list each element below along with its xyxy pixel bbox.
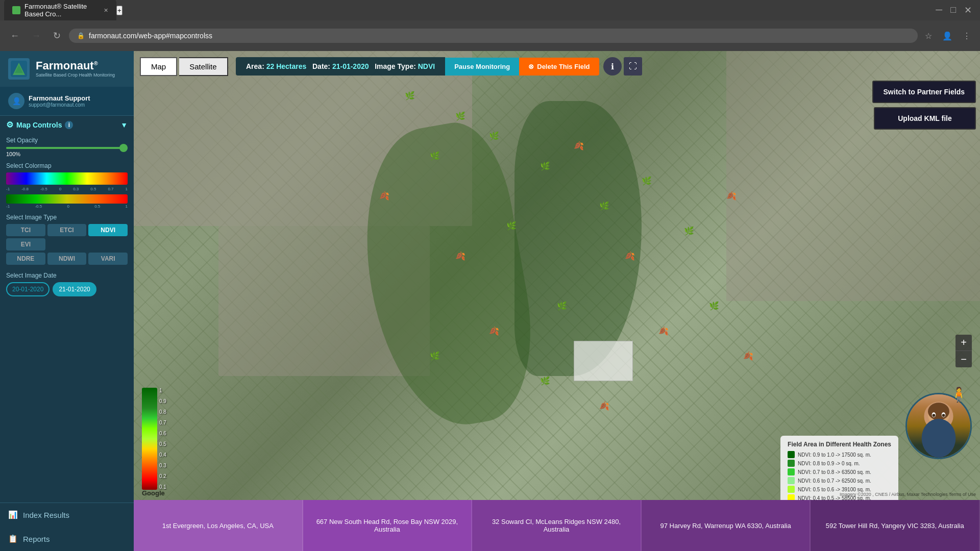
- img-type-btn-NDWI[interactable]: NDWI: [47, 253, 87, 265]
- opacity-value: 100%: [6, 151, 128, 157]
- user-avatar-small: 👤: [8, 93, 24, 109]
- bookmark-btn[interactable]: ☆: [922, 29, 935, 43]
- date-label: Date:: [312, 62, 330, 70]
- profile-btn[interactable]: 👤: [939, 29, 955, 43]
- field-card-2[interactable]: 32 Soward Cl, McLeans Ridges NSW 2480, A…: [472, 500, 642, 551]
- map-view-toggle: Map Satellite: [140, 57, 228, 76]
- sidebar-footer: 📊 Index Results 📋 Reports: [0, 503, 134, 551]
- fullscreen-btn[interactable]: ⛶: [624, 57, 642, 76]
- new-tab-btn[interactable]: +: [116, 6, 122, 15]
- slider-thumb[interactable]: [119, 144, 128, 152]
- sidebar-item-reports[interactable]: 📋 Reports: [0, 527, 134, 551]
- zoom-controls: + −: [955, 335, 972, 367]
- app-container: Farmonaut® Satellite Based Crop Health M…: [0, 51, 980, 551]
- map-controls-toggle[interactable]: ⚙ Map Controls i ▼: [0, 116, 134, 134]
- map-view-btn[interactable]: Map: [140, 57, 177, 76]
- browser-chrome: Farmonaut® Satellite Based Cro... ✕ + ─ …: [0, 0, 980, 51]
- date-btn-1[interactable]: 21-01-2020: [53, 282, 96, 296]
- health-legend-title: Field Area in Different Health Zones: [788, 441, 891, 448]
- colormap-secondary-bar[interactable]: [6, 194, 128, 204]
- field-card-4[interactable]: 592 Tower Hill Rd, Yangery VIC 3283, Aus…: [811, 500, 980, 551]
- img-type-btn-NDVI[interactable]: NDVI: [88, 224, 128, 236]
- partner-fields-btn[interactable]: Switch to Partner Fields: [872, 81, 976, 103]
- crop-marker-19: 🌿: [709, 301, 719, 311]
- sidebar-item-index-results[interactable]: 📊 Index Results: [0, 503, 134, 527]
- user-name: Farmonaut Support: [29, 94, 90, 102]
- crop-marker-4: 🌿: [430, 151, 440, 161]
- window-minimize-btn[interactable]: ─: [936, 5, 942, 16]
- tab-close-btn[interactable]: ✕: [104, 7, 108, 14]
- legend-row-1: NDVI: 0.8 to 0.9 -> 0 sq. m.: [788, 460, 891, 467]
- image-type-label: Select Image Type: [6, 214, 128, 221]
- legend-dot-2: [788, 468, 795, 475]
- main-content: 🌿 🌿 🌿 🌿 🌿 🍂 🍂 🌿 🍂 🌿 🌿 🍂 🌿 🍂 🌿 🍂 🌿 🍂 🌿: [134, 51, 980, 551]
- satellite-view-btn[interactable]: Satellite: [179, 57, 228, 76]
- crop-marker-17: 🌿: [430, 351, 440, 361]
- address-bar[interactable]: 🔒 farmonaut.com/web-app#mapcontrolss: [69, 29, 918, 43]
- lock-icon: 🔒: [77, 32, 85, 39]
- index-results-label: Index Results: [23, 511, 69, 519]
- building-area: [574, 341, 633, 381]
- chart-icon: 📊: [8, 510, 18, 519]
- delete-field-btn[interactable]: ⊗ Delete This Field: [519, 58, 599, 76]
- field-card-0[interactable]: 1st Evergreen, Los Angeles, CA, USA: [134, 500, 303, 551]
- ndvi-bar: [142, 388, 157, 490]
- colormap-gradient-bar[interactable]: [6, 172, 128, 185]
- crop-marker-6: 🍂: [379, 191, 389, 201]
- area-value: 22 Hectares: [266, 62, 307, 70]
- user-email: support@farmonaut.com: [29, 102, 90, 108]
- back-btn[interactable]: ←: [6, 29, 23, 43]
- ndvi-label-3: 0.8: [159, 409, 166, 415]
- crop-marker-16: 🍂: [489, 326, 499, 336]
- avatar-image: [907, 394, 970, 458]
- slider-track: [6, 147, 128, 149]
- crop-marker-13: 🌿: [684, 226, 694, 236]
- legend-dot-1: [788, 460, 795, 467]
- img-type-btn-ETCI[interactable]: ETCI: [47, 224, 87, 236]
- google-watermark: Google: [142, 489, 165, 497]
- pause-monitoring-btn[interactable]: Pause Monitoring: [445, 58, 519, 76]
- forward-btn[interactable]: →: [28, 29, 45, 43]
- date-btn-0[interactable]: 20-01-2020: [6, 282, 50, 296]
- window-maximize-btn[interactable]: □: [950, 5, 956, 16]
- crop-marker-21: 🌿: [540, 376, 550, 386]
- street-view-icon[interactable]: 🧍: [950, 386, 968, 403]
- opacity-slider[interactable]: [6, 147, 128, 149]
- ndvi-label-5: 0.6: [159, 431, 166, 436]
- menu-btn[interactable]: ⋮: [960, 29, 974, 43]
- img-type-btn-TCI[interactable]: TCI: [6, 224, 45, 236]
- legend-row-2: NDVI: 0.7 to 0.8 -> 63500 sq. m.: [788, 468, 891, 475]
- map-info-bar: Area: 22 Hectares Date: 21-01-2020 Image…: [236, 57, 642, 76]
- favicon: [12, 6, 20, 14]
- zoom-in-btn[interactable]: +: [955, 335, 972, 351]
- crop-marker-1: 🌿: [405, 91, 415, 101]
- area-label: Area:: [246, 62, 264, 70]
- ndvi-label-8: 0.3: [159, 463, 166, 468]
- gear-icon: ⚙: [6, 120, 13, 130]
- crop-marker-3: 🌿: [489, 131, 499, 141]
- map-area[interactable]: 🌿 🌿 🌿 🌿 🌿 🍂 🍂 🌿 🍂 🌿 🌿 🍂 🌿 🍂 🌿 🍂 🌿 🍂 🌿: [134, 51, 980, 551]
- crop-marker-5: 🌿: [540, 161, 550, 171]
- browser-tab-active[interactable]: Farmonaut® Satellite Based Cro... ✕: [4, 0, 116, 22]
- image-type-control: Select Image Type TCI ETCI NDVI EVI NDRE…: [0, 211, 134, 269]
- upload-kml-btn[interactable]: Upload KML file: [874, 107, 976, 130]
- user-info: Farmonaut Support support@farmonaut.com: [29, 94, 90, 108]
- avatar-svg: [907, 394, 970, 458]
- brand-logo: [11, 61, 27, 77]
- window-close-btn[interactable]: ✕: [964, 5, 972, 16]
- field-card-3[interactable]: 97 Harvey Rd, Warrenup WA 6330, Australi…: [642, 500, 811, 551]
- zoom-out-btn[interactable]: −: [955, 351, 972, 367]
- img-type-btn-VARI[interactable]: VARI: [88, 253, 128, 265]
- brand-info: Farmonaut® Satellite Based Crop Health M…: [36, 59, 115, 79]
- field-card-1[interactable]: 667 New South Head Rd, Rose Bay NSW 2029…: [303, 500, 473, 551]
- svg-point-10: [922, 419, 956, 458]
- info-circle-btn[interactable]: ℹ: [603, 57, 622, 76]
- reload-btn[interactable]: ↻: [49, 28, 65, 43]
- crop-marker-8: 🌿: [506, 221, 517, 231]
- img-type-btn-EVI[interactable]: EVI: [6, 238, 45, 251]
- reports-label: Reports: [23, 535, 50, 543]
- ndvi-scale: 1 0.9 0.8 0.7 0.6 0.5 0.4 0.3 0.2 0.1: [142, 388, 166, 490]
- crop-marker-22: 🍂: [599, 401, 609, 411]
- img-type-btn-NDRE[interactable]: NDRE: [6, 253, 45, 265]
- map-stats: Area: 22 Hectares Date: 21-01-2020 Image…: [236, 57, 445, 76]
